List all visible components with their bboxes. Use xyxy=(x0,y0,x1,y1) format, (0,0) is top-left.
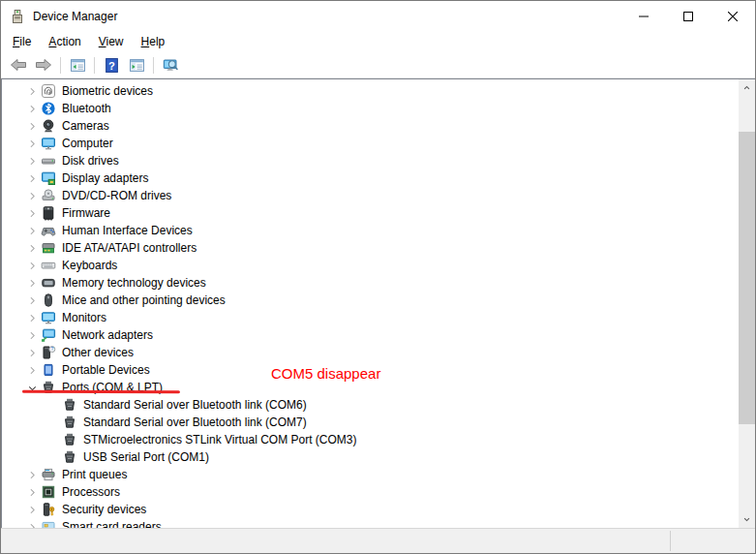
smartcard-icon xyxy=(41,519,56,528)
scroll-up-icon[interactable] xyxy=(739,79,755,96)
chevron-collapsed-icon[interactable] xyxy=(23,362,41,378)
svg-text:?: ? xyxy=(108,59,115,71)
chevron-collapsed-icon[interactable] xyxy=(23,188,41,203)
svg-text:?: ? xyxy=(50,346,53,352)
menu-item-help[interactable]: Help xyxy=(133,32,174,51)
ide-controller-icon xyxy=(41,240,56,256)
tree-item-label: Standard Serial over Bluetooth link (COM… xyxy=(83,398,307,412)
tree-item-other-devices[interactable]: ?Other devices xyxy=(2,344,739,361)
tree-item-network-adapters[interactable]: Network adapters xyxy=(2,326,739,344)
chevron-collapsed-icon[interactable] xyxy=(23,136,41,151)
chevron-collapsed-icon[interactable] xyxy=(23,83,41,99)
chevron-collapsed-icon[interactable] xyxy=(23,101,41,116)
tree-item-computer[interactable]: Computer xyxy=(2,135,739,152)
chevron-collapsed-icon[interactable] xyxy=(23,484,41,500)
chevron-collapsed-icon[interactable] xyxy=(23,153,41,169)
tree-item-mice-and-other-pointing-devices[interactable]: Mice and other pointing devices xyxy=(2,292,739,309)
tree-item-label: Mice and other pointing devices xyxy=(62,293,226,307)
chevron-collapsed-icon[interactable] xyxy=(23,467,41,482)
scroll-down-icon[interactable] xyxy=(739,511,755,528)
annotation-text: COM5 disappear xyxy=(271,365,380,382)
computer-icon xyxy=(41,136,56,151)
network-adapter-icon xyxy=(41,327,56,343)
tree-item-stmicroelectronics-stlink-virtual-com-port-com3[interactable]: STMicroelectronics STLink Virtual COM Po… xyxy=(2,431,739,448)
tree-item-label: Keyboards xyxy=(62,259,117,272)
chevron-collapsed-icon[interactable] xyxy=(23,170,41,186)
minimize-button[interactable] xyxy=(621,1,666,31)
tree-item-label: DVD/CD-ROM drives xyxy=(62,189,171,202)
toolbar-separator xyxy=(60,57,61,74)
firmware-icon xyxy=(41,205,56,221)
serial-port-icon xyxy=(62,449,77,465)
title-bar: Device Manager xyxy=(1,1,755,31)
tree-item-standard-serial-over-bluetooth-link-com6[interactable]: Standard Serial over Bluetooth link (COM… xyxy=(2,396,739,414)
tree-item-processors[interactable]: Processors xyxy=(2,483,739,501)
tree-item-bluetooth[interactable]: Bluetooth xyxy=(2,100,739,117)
tree-item-biometric-devices[interactable]: Biometric devices xyxy=(2,82,739,100)
tree-item-label: Processors xyxy=(62,485,120,499)
chevron-collapsed-icon[interactable] xyxy=(23,327,41,343)
chevron-collapsed-icon[interactable] xyxy=(23,310,41,325)
tree-item-label: Security devices xyxy=(62,503,146,516)
action-pane-icon[interactable] xyxy=(124,53,149,77)
close-button[interactable] xyxy=(711,1,755,31)
tree-item-keyboards[interactable]: Keyboards xyxy=(2,257,739,274)
fingerprint-icon xyxy=(41,83,56,99)
tree-item-label: Standard Serial over Bluetooth link (COM… xyxy=(83,416,307,429)
menu-item-file[interactable]: File xyxy=(4,32,40,51)
chevron-collapsed-icon[interactable] xyxy=(23,345,41,360)
forward-arrow-icon[interactable] xyxy=(31,53,56,77)
tree-item-label: Portable Devices xyxy=(62,363,150,377)
tree-item-human-interface-devices[interactable]: Human Interface Devices xyxy=(2,222,739,239)
tree-item-standard-serial-over-bluetooth-link-com7[interactable]: Standard Serial over Bluetooth link (COM… xyxy=(2,414,739,431)
tree-item-label: Network adapters xyxy=(62,328,153,342)
menu-item-action[interactable]: Action xyxy=(40,32,89,51)
tree-item-ide-ata-atapi-controllers[interactable]: IDE ATA/ATAPI controllers xyxy=(2,239,739,257)
window-controls xyxy=(621,1,755,31)
tree-item-cameras[interactable]: Cameras xyxy=(2,117,739,135)
tree-item-label: Print queues xyxy=(62,468,127,481)
tree-item-label: Biometric devices xyxy=(62,84,153,98)
tree-item-monitors[interactable]: Monitors xyxy=(2,309,739,326)
tree-item-label: Memory technology devices xyxy=(62,276,206,290)
tree-item-firmware[interactable]: Firmware xyxy=(2,204,739,222)
tree-item-usb-serial-port-com1[interactable]: USB Serial Port (COM1) xyxy=(2,448,739,466)
tree-item-label: IDE ATA/ATAPI controllers xyxy=(62,241,197,255)
tree-item-dvd-cd-rom-drives[interactable]: DVD/CD-ROM drives xyxy=(2,187,739,204)
tree-item-memory-technology-devices[interactable]: Memory technology devices xyxy=(2,274,739,292)
tree-item-disk-drives[interactable]: Disk drives xyxy=(2,152,739,169)
serial-port-icon xyxy=(62,397,77,413)
chevron-collapsed-icon[interactable] xyxy=(23,292,41,308)
chevron-collapsed-icon[interactable] xyxy=(23,519,41,528)
chevron-collapsed-icon[interactable] xyxy=(23,240,41,256)
maximize-button[interactable] xyxy=(666,1,711,31)
tree-item-security-devices[interactable]: Security devices xyxy=(2,501,739,518)
vertical-scrollbar[interactable] xyxy=(739,79,755,528)
security-icon xyxy=(41,502,56,517)
chevron-collapsed-icon[interactable] xyxy=(23,118,41,134)
tree-item-smart-card-readers[interactable]: Smart card readers xyxy=(2,518,739,528)
tree-item-label: Other devices xyxy=(62,346,134,359)
toolbar-separator xyxy=(153,57,154,74)
chevron-collapsed-icon[interactable] xyxy=(23,502,41,517)
disk-drive-icon xyxy=(41,153,56,169)
status-bar xyxy=(1,528,755,553)
menu-item-view[interactable]: View xyxy=(90,32,133,51)
chevron-collapsed-icon[interactable] xyxy=(23,223,41,238)
chevron-collapsed-icon[interactable] xyxy=(23,258,41,273)
window-title: Device Manager xyxy=(33,10,117,23)
tree-item-label: Monitors xyxy=(62,311,106,324)
chevron-collapsed-icon[interactable] xyxy=(23,205,41,221)
chevron-collapsed-icon[interactable] xyxy=(23,275,41,291)
help-icon[interactable]: ? xyxy=(99,53,124,77)
tree-item-label: Smart card readers xyxy=(62,520,162,528)
dvd-drive-icon xyxy=(41,188,56,203)
device-manager-icon xyxy=(10,9,25,24)
scan-hardware-icon[interactable] xyxy=(158,53,183,77)
tree-item-print-queues[interactable]: Print queues xyxy=(2,466,739,483)
tree-item-label: Human Interface Devices xyxy=(62,224,193,237)
scrollbar-thumb[interactable] xyxy=(739,132,755,424)
tree-item-display-adapters[interactable]: Display adapters xyxy=(2,169,739,187)
back-arrow-icon[interactable] xyxy=(6,53,31,77)
console-tree-icon[interactable] xyxy=(65,53,90,77)
